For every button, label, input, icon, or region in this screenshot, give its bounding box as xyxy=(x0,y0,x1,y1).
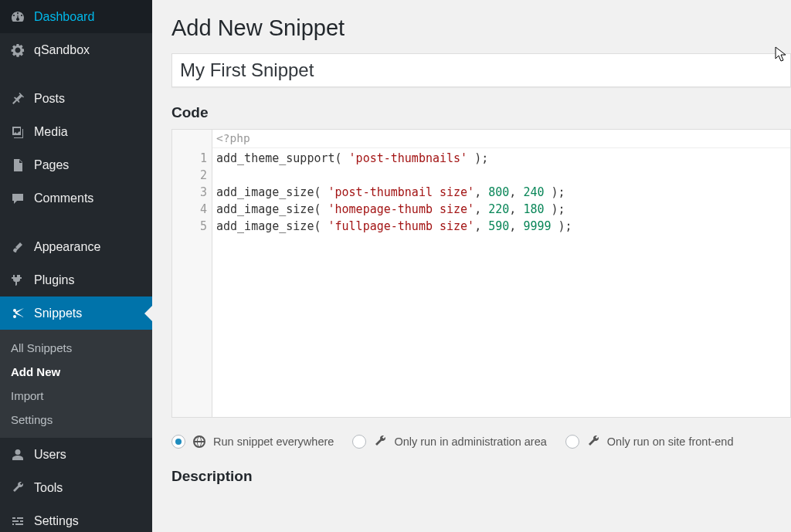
radio-button[interactable] xyxy=(352,435,366,449)
scope-option[interactable]: Run snippet everywhere xyxy=(171,434,334,449)
sidebar-item-snippets[interactable]: Snippets xyxy=(0,296,152,330)
media-icon xyxy=(9,124,26,141)
pin-icon xyxy=(9,90,26,107)
sidebar-label: Posts xyxy=(34,92,65,106)
page-title: Add New Snippet xyxy=(171,15,791,41)
sidebar-item-qsandbox[interactable]: qSandbox xyxy=(0,33,152,66)
scissors-icon xyxy=(9,305,26,322)
wrench-icon xyxy=(586,434,601,449)
sidebar-item-appearance[interactable]: Appearance xyxy=(0,230,152,263)
code-content[interactable]: <?php add_theme_support( 'post-thumbnail… xyxy=(212,130,790,417)
wrench-icon xyxy=(9,479,26,496)
scope-options: Run snippet everywhereOnly run in admini… xyxy=(171,432,791,449)
brush-icon xyxy=(9,239,26,256)
code-gutter: 12345 xyxy=(172,130,212,417)
admin-sidebar: Dashboard qSandbox Posts Media Pages Com… xyxy=(0,0,152,532)
scope-label: Only run in administration area xyxy=(394,435,546,448)
submenu-all-snippets[interactable]: All Snippets xyxy=(0,336,152,360)
sidebar-item-users[interactable]: Users xyxy=(0,438,152,471)
scope-option[interactable]: Only run on site front-end xyxy=(565,434,734,449)
sidebar-item-posts[interactable]: Posts xyxy=(0,82,152,115)
snippet-title-input[interactable] xyxy=(171,53,791,87)
description-heading: Description xyxy=(171,468,791,485)
sidebar-label: Comments xyxy=(34,191,93,205)
sidebar-label: Pages xyxy=(34,158,69,172)
sidebar-item-plugins[interactable]: Plugins xyxy=(0,263,152,296)
sidebar-item-tools[interactable]: Tools xyxy=(0,471,152,504)
sidebar-label: Users xyxy=(34,448,66,462)
sidebar-label: Settings xyxy=(34,514,79,528)
sliders-icon xyxy=(9,513,26,530)
sidebar-item-settings[interactable]: Settings xyxy=(0,504,152,532)
submenu-import[interactable]: Import xyxy=(0,384,152,408)
dashboard-icon xyxy=(9,8,26,25)
sidebar-label: Tools xyxy=(34,481,63,495)
sidebar-label: Media xyxy=(34,125,68,139)
scope-option[interactable]: Only run in administration area xyxy=(352,434,546,449)
snippets-submenu: All Snippets Add New Import Settings xyxy=(0,330,152,438)
sidebar-item-dashboard[interactable]: Dashboard xyxy=(0,0,152,33)
code-heading: Code xyxy=(171,104,791,121)
gear-icon xyxy=(9,42,26,59)
page-icon xyxy=(9,157,26,174)
plug-icon xyxy=(9,272,26,289)
sidebar-label: qSandbox xyxy=(34,43,90,57)
radio-button[interactable] xyxy=(565,435,579,449)
sidebar-label: Snippets xyxy=(34,307,82,320)
sidebar-item-media[interactable]: Media xyxy=(0,115,152,148)
sidebar-label: Appearance xyxy=(34,240,100,254)
comment-icon xyxy=(9,190,26,207)
radio-button[interactable] xyxy=(171,435,185,449)
php-open-tag: <?php xyxy=(212,130,790,148)
main-content: Add New Snippet Code 12345 <?php add_the… xyxy=(152,0,791,532)
submenu-settings[interactable]: Settings xyxy=(0,408,152,432)
scope-label: Only run on site front-end xyxy=(607,435,734,448)
scope-label: Run snippet everywhere xyxy=(213,435,334,448)
sidebar-label: Plugins xyxy=(34,273,74,287)
user-icon xyxy=(9,446,26,463)
wrench-icon xyxy=(372,434,388,449)
sidebar-item-pages[interactable]: Pages xyxy=(0,148,152,181)
sidebar-item-comments[interactable]: Comments xyxy=(0,181,152,215)
submenu-add-new[interactable]: Add New xyxy=(0,360,152,384)
globe-icon xyxy=(192,434,207,449)
code-editor[interactable]: 12345 <?php add_theme_support( 'post-thu… xyxy=(171,129,791,418)
sidebar-label: Dashboard xyxy=(34,10,94,24)
